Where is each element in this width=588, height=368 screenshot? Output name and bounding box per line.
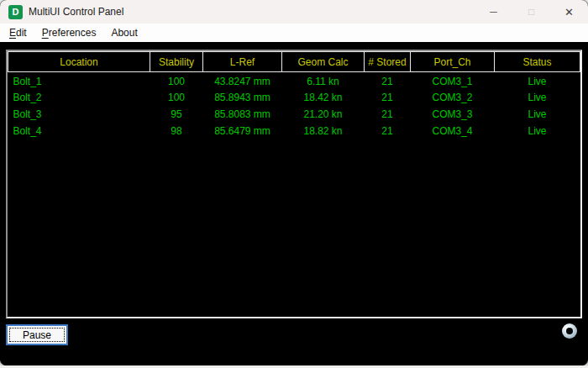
table-cell: Live <box>495 106 580 123</box>
table-row[interactable]: Bolt_39585.8083 mm21.20 kn21COM3_3Live <box>8 106 580 123</box>
client-area: LocationStabilityL-RefGeom Calc# StoredP… <box>0 42 588 365</box>
window-controls: ─ □ ✕ <box>475 0 588 24</box>
table-cell: Bolt_1 <box>8 72 150 89</box>
titlebar: D MultiUI Control Panel ─ □ ✕ <box>0 0 588 24</box>
measurements-table: LocationStabilityL-RefGeom Calc# StoredP… <box>8 51 580 139</box>
table-cell: Bolt_4 <box>8 123 150 139</box>
menu-item-edit[interactable]: Edit <box>2 24 34 41</box>
table-cell: Live <box>495 89 580 106</box>
app-icon: D <box>8 5 23 19</box>
app-window: D MultiUI Control Panel ─ □ ✕ EditPrefer… <box>0 0 588 365</box>
table-header-row: LocationStabilityL-RefGeom Calc# StoredP… <box>8 52 580 72</box>
status-indicator-ring-hole <box>566 328 573 334</box>
table-cell: 85.8083 mm <box>203 106 282 123</box>
table-cell: COM3_1 <box>411 72 495 89</box>
table-cell: 18.82 kn <box>282 123 365 139</box>
pause-button[interactable]: Pause <box>6 324 68 345</box>
data-table: LocationStabilityL-RefGeom Calc# StoredP… <box>6 50 582 318</box>
table-cell: 85.8943 mm <box>203 89 282 106</box>
table-row[interactable]: Bolt_49885.6479 mm18.82 kn21COM3_4Live <box>8 123 580 139</box>
table-cell: 21 <box>365 106 411 123</box>
table-cell: 43.8247 mm <box>203 72 282 89</box>
table-cell: COM3_2 <box>411 89 495 106</box>
column-header-l-ref: L-Ref <box>203 52 282 72</box>
menubar: EditPreferencesAbout <box>0 24 588 42</box>
table-row[interactable]: Bolt_110043.8247 mm6.11 kn21COM3_1Live <box>8 72 580 89</box>
menu-item-about[interactable]: About <box>103 24 144 41</box>
table-cell: COM3_3 <box>411 106 495 123</box>
table-cell: COM3_4 <box>411 123 495 139</box>
table-cell: Live <box>495 123 580 139</box>
table-cell: 21 <box>365 123 411 139</box>
column-header-status: Status <box>495 52 580 72</box>
status-indicator-ring <box>562 323 577 339</box>
column-header-location: Location <box>8 52 150 72</box>
table-cell: Bolt_3 <box>8 106 150 123</box>
table-cell: 85.6479 mm <box>203 123 282 139</box>
column-header--stored: # Stored <box>365 52 411 72</box>
table-cell: 95 <box>150 106 203 123</box>
column-header-stability: Stability <box>150 52 203 72</box>
maximize-icon: □ <box>512 0 550 24</box>
table-cell: 100 <box>150 72 203 89</box>
window-title: MultiUI Control Panel <box>29 6 123 18</box>
table-cell: Bolt_2 <box>8 89 150 106</box>
table-cell: 6.11 kn <box>282 72 365 89</box>
table-cell: 21 <box>365 72 411 89</box>
table-cell: Live <box>495 72 580 89</box>
column-header-geom-calc: Geom Calc <box>282 52 365 72</box>
table-cell: 100 <box>150 89 203 106</box>
minimize-icon[interactable]: ─ <box>475 0 512 24</box>
table-cell: 98 <box>150 123 203 139</box>
menu-item-preferences[interactable]: Preferences <box>34 24 104 41</box>
table-cell: 21.20 kn <box>282 106 365 123</box>
close-icon[interactable]: ✕ <box>550 0 588 24</box>
table-row[interactable]: Bolt_210085.8943 mm18.42 kn21COM3_2Live <box>8 89 580 106</box>
table-cell: 21 <box>365 89 411 106</box>
table-cell: 18.42 kn <box>282 89 365 106</box>
column-header-port-ch: Port_Ch <box>411 52 495 72</box>
